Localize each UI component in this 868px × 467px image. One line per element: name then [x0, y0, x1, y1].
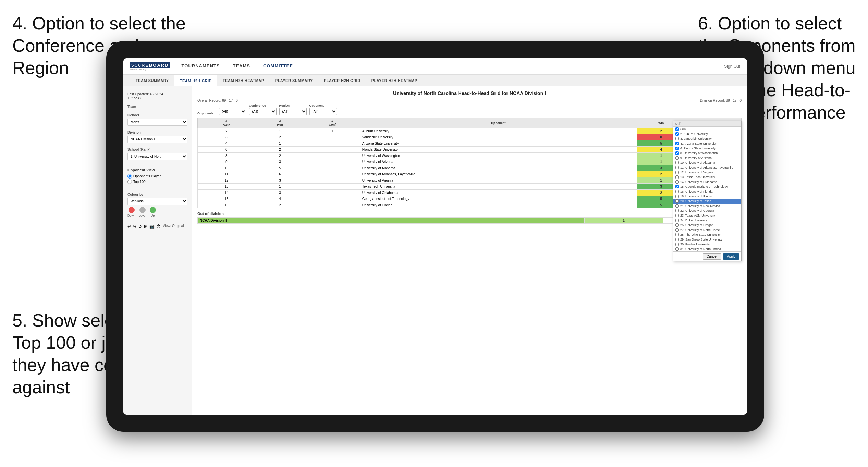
opponent-dropdown-popup[interactable]: (All) (All) 2. Auburn University 3. Vand… — [673, 121, 742, 261]
dropdown-item[interactable]: 31. University of North Florida — [673, 247, 741, 251]
filter-all-select[interactable]: (All) — [219, 108, 246, 115]
dropdown-item[interactable]: 20. University of Texas — [673, 199, 741, 204]
cell-rank: 3 — [198, 134, 255, 140]
conference-select[interactable]: (All) — [249, 108, 277, 115]
conference-label: Conference — [249, 104, 277, 107]
cell-rank: 12 — [198, 177, 255, 184]
legend: Down Level Up — [127, 207, 187, 217]
nav-sign-out[interactable]: Sign Out — [724, 64, 740, 69]
cell-reg: 3 — [255, 190, 305, 196]
filter-all: (All) — [219, 108, 246, 115]
apply-button[interactable]: Apply — [723, 253, 739, 260]
dropdown-list: (All) 2. Auburn University 3. Vanderbilt… — [673, 127, 741, 251]
cell-opponent: University of Alabama — [360, 165, 637, 171]
cell-conf: 1 — [305, 128, 360, 134]
subnav-player-h2h-grid[interactable]: PLAYER H2H GRID — [318, 75, 366, 86]
cell-reg: 2 — [255, 153, 305, 159]
gender-section: Gender Men's — [127, 113, 187, 126]
dropdown-item[interactable]: 18. University of Illinois — [673, 194, 741, 199]
dropdown-item[interactable]: 14. University of Oklahoma — [673, 180, 741, 184]
legend-up: Up — [150, 207, 156, 217]
cell-reg: 1 — [255, 184, 305, 190]
gender-select[interactable]: Men's — [127, 119, 187, 126]
cell-opponent: Florida State University — [360, 147, 637, 153]
view-label[interactable]: View: Original — [163, 224, 184, 229]
colour-select[interactable]: Win/loss — [127, 198, 187, 205]
dropdown-item[interactable]: 8. University of Washington — [673, 151, 741, 156]
cell-out-div-opponent: NCAA Division II — [198, 218, 585, 224]
subnav-team-h2h-grid[interactable]: TEAM H2H GRID — [174, 75, 217, 86]
dropdown-item[interactable]: 3. Vanderbilt University — [673, 136, 741, 141]
cell-reg: 1 — [255, 140, 305, 147]
cell-reg: 6 — [255, 171, 305, 177]
cell-conf — [305, 184, 360, 190]
dropdown-item[interactable]: 11. University of Arkansas, Fayetteville — [673, 165, 741, 170]
dropdown-item[interactable]: 13. Texas Tech University — [673, 175, 741, 180]
dropdown-item[interactable]: 27. University of Notre Dame — [673, 228, 741, 232]
legend-level-dot — [139, 207, 146, 213]
dropdown-item[interactable]: (All) — [673, 127, 741, 132]
school-select[interactable]: 1. University of Nort... — [127, 153, 187, 160]
undo-icon[interactable]: ↩ — [127, 224, 131, 229]
dropdown-item[interactable]: 15. Georgia Institute of Technology — [673, 184, 741, 189]
cell-opponent: University of Washington — [360, 153, 637, 159]
cell-opponent: University of Oklahoma — [360, 190, 637, 196]
legend-level-label: Level — [139, 214, 146, 217]
radio-top-100[interactable]: Top 100 — [127, 180, 187, 184]
dropdown-item[interactable]: 4. Arizona State University — [673, 141, 741, 146]
region-select[interactable]: (All) — [279, 108, 307, 115]
dropdown-item[interactable]: 30. Purdue University — [673, 242, 741, 247]
radio-opponents-played[interactable]: Opponents Played — [127, 174, 187, 179]
division-select[interactable]: NCAA Division I — [127, 136, 187, 143]
cell-opponent: University of Arizona — [360, 159, 637, 165]
dropdown-item[interactable]: 22. University of Georgia — [673, 208, 741, 213]
dropdown-item[interactable]: 6. Florida State University — [673, 146, 741, 151]
divider-2 — [127, 189, 187, 189]
dropdown-item[interactable]: 24. Duke University — [673, 218, 741, 223]
clock-icon[interactable]: ⏱ — [157, 224, 161, 229]
dropdown-item[interactable]: 12. University of Virginia — [673, 170, 741, 175]
cancel-button[interactable]: Cancel — [703, 253, 721, 260]
division-label: Division — [127, 131, 187, 134]
dropdown-item[interactable]: 25. University of Oregon — [673, 223, 741, 228]
panel-header: University of North Carolina Head-to-Hea… — [197, 90, 742, 96]
dropdown-item[interactable]: 9. University of Arizona — [673, 156, 741, 160]
cell-opponent: University of Virginia — [360, 177, 637, 184]
dropdown-item[interactable]: 10. University of Alabama — [673, 160, 741, 165]
camera-icon[interactable]: 📷 — [149, 224, 155, 229]
nav-tournaments[interactable]: TOURNAMENTS — [180, 63, 221, 69]
redo-icon[interactable]: ↪ — [133, 224, 136, 229]
cell-reg: 2 — [255, 134, 305, 140]
subnav-player-summary[interactable]: PLAYER SUMMARY — [270, 75, 318, 86]
opponent-select[interactable]: (All) — [309, 108, 337, 115]
cell-opponent: University of Florida — [360, 202, 637, 208]
subnav-team-summary[interactable]: TEAM SUMMARY — [130, 75, 174, 86]
copy-icon[interactable]: ⊞ — [144, 224, 147, 229]
dropdown-item[interactable]: 23. Texas A&M University — [673, 213, 741, 218]
legend-down-label: Down — [127, 214, 135, 217]
table-row: 15 4 Georgia Institute of Technology 5 1 — [198, 196, 742, 202]
col-rank: #Rank — [198, 118, 255, 128]
subnav-player-h2h-heatmap[interactable]: PLAYER H2H HEATMAP — [366, 75, 423, 86]
dropdown-item[interactable]: 21. University of New Mexico — [673, 204, 741, 208]
opponent-view-title: Opponent View — [127, 168, 187, 172]
nav-items: TOURNAMENTS TEAMS COMMITTEE — [180, 63, 724, 69]
cell-rank: 8 — [198, 153, 255, 159]
team-section: Team — [127, 105, 187, 109]
cell-conf — [305, 147, 360, 153]
out-div-row: NCAA Division II 1 0 — [198, 218, 742, 224]
nav-committee[interactable]: COMMITTEE — [262, 63, 294, 69]
dropdown-item[interactable]: 2. Auburn University — [673, 132, 741, 136]
records-row: Overall Record: 89 - 17 - 0 Division Rec… — [197, 99, 742, 102]
opponent-label: Opponent — [309, 104, 337, 107]
dropdown-item[interactable]: 29. San Diego State University — [673, 237, 741, 242]
cell-conf — [305, 140, 360, 147]
team-label: Team — [127, 105, 187, 109]
last-updated-section: Last Updated: 4/7/2024 16:55:38 — [127, 92, 187, 100]
dropdown-item[interactable]: 16. University of Florida — [673, 189, 741, 194]
table-row: 13 1 Texas Tech University 3 0 — [198, 184, 742, 190]
refresh-icon[interactable]: ↺ — [138, 224, 142, 229]
subnav-team-h2h-heatmap[interactable]: TEAM H2H HEATMAP — [217, 75, 270, 86]
nav-teams[interactable]: TEAMS — [231, 63, 252, 69]
dropdown-item[interactable]: 28. The Ohio State University — [673, 232, 741, 237]
